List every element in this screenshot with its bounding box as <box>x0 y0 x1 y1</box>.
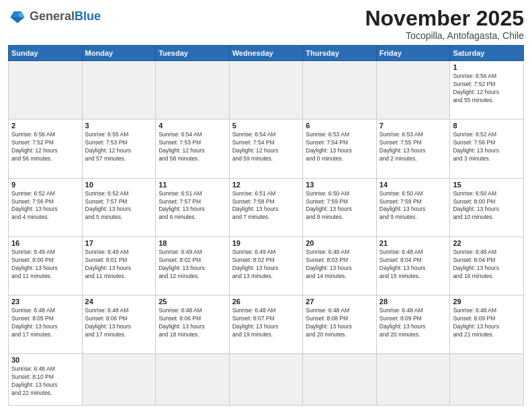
day-number: 21 <box>380 239 447 247</box>
table-row: 26Sunrise: 6:48 AM Sunset: 8:07 PM Dayli… <box>229 295 303 354</box>
location: Tocopilla, Antofagasta, Chile <box>365 30 524 41</box>
logo: GeneralBlue <box>8 7 101 26</box>
col-friday: Friday <box>376 46 450 61</box>
table-row: 2Sunrise: 6:56 AM Sunset: 7:52 PM Daylig… <box>9 120 83 178</box>
day-number: 6 <box>306 122 373 130</box>
table-row: 14Sunrise: 6:50 AM Sunset: 7:59 PM Dayli… <box>376 178 450 236</box>
day-info: Sunrise: 6:49 AM Sunset: 8:00 PM Dayligh… <box>11 248 79 281</box>
day-number: 4 <box>159 122 226 130</box>
col-tuesday: Tuesday <box>156 46 230 61</box>
day-info: Sunrise: 6:48 AM Sunset: 8:06 PM Dayligh… <box>159 307 226 339</box>
header: GeneralBlue November 2025 Tocopilla, Ant… <box>8 7 524 41</box>
day-number: 2 <box>11 122 79 130</box>
table-row <box>82 61 156 120</box>
day-info: Sunrise: 6:49 AM Sunset: 8:02 PM Dayligh… <box>232 248 300 281</box>
table-row: 9Sunrise: 6:52 AM Sunset: 7:56 PM Daylig… <box>9 178 83 236</box>
day-info: Sunrise: 6:48 AM Sunset: 8:09 PM Dayligh… <box>380 307 447 339</box>
table-row: 12Sunrise: 6:51 AM Sunset: 7:58 PM Dayli… <box>229 178 303 236</box>
day-number: 3 <box>85 122 153 130</box>
day-info: Sunrise: 6:53 AM Sunset: 7:54 PM Dayligh… <box>306 131 373 163</box>
logo-text: GeneralBlue <box>30 10 101 23</box>
day-number: 20 <box>306 239 373 247</box>
table-row: 18Sunrise: 6:49 AM Sunset: 8:02 PM Dayli… <box>156 236 230 295</box>
col-thursday: Thursday <box>303 46 377 61</box>
calendar-table: Sunday Monday Tuesday Wednesday Thursday… <box>8 45 524 406</box>
day-number: 25 <box>159 298 226 306</box>
table-row <box>156 61 230 120</box>
table-row: 1Sunrise: 6:56 AM Sunset: 7:52 PM Daylig… <box>450 61 524 120</box>
table-row: 8Sunrise: 6:52 AM Sunset: 7:56 PM Daylig… <box>450 120 524 178</box>
day-number: 12 <box>232 181 300 189</box>
day-number: 29 <box>453 298 521 306</box>
day-info: Sunrise: 6:49 AM Sunset: 8:02 PM Dayligh… <box>159 248 226 281</box>
day-info: Sunrise: 6:48 AM Sunset: 8:08 PM Dayligh… <box>306 307 373 339</box>
day-info: Sunrise: 6:48 AM Sunset: 8:10 PM Dayligh… <box>11 365 79 398</box>
table-row: 21Sunrise: 6:48 AM Sunset: 8:04 PM Dayli… <box>376 236 450 295</box>
table-row <box>303 61 377 120</box>
day-number: 7 <box>380 122 447 130</box>
month-title: November 2025 <box>365 7 524 30</box>
table-row: 5Sunrise: 6:54 AM Sunset: 7:54 PM Daylig… <box>229 120 303 178</box>
logo-icon <box>8 7 27 26</box>
day-number: 28 <box>380 298 447 306</box>
calendar-header-row: Sunday Monday Tuesday Wednesday Thursday… <box>9 46 524 61</box>
table-row: 13Sunrise: 6:50 AM Sunset: 7:59 PM Dayli… <box>303 178 377 236</box>
table-row: 30Sunrise: 6:48 AM Sunset: 8:10 PM Dayli… <box>9 354 83 406</box>
table-row <box>82 354 156 406</box>
day-info: Sunrise: 6:50 AM Sunset: 8:00 PM Dayligh… <box>453 190 521 222</box>
col-wednesday: Wednesday <box>229 46 303 61</box>
day-number: 11 <box>159 181 226 189</box>
table-row <box>376 61 450 120</box>
day-info: Sunrise: 6:48 AM Sunset: 8:04 PM Dayligh… <box>380 248 447 281</box>
day-info: Sunrise: 6:56 AM Sunset: 7:52 PM Dayligh… <box>11 131 79 163</box>
day-number: 23 <box>11 298 79 306</box>
table-row <box>229 61 303 120</box>
logo-blue-text: Blue <box>75 9 101 23</box>
day-info: Sunrise: 6:55 AM Sunset: 7:53 PM Dayligh… <box>85 131 153 163</box>
day-info: Sunrise: 6:54 AM Sunset: 7:53 PM Dayligh… <box>159 131 226 163</box>
day-info: Sunrise: 6:51 AM Sunset: 7:58 PM Dayligh… <box>232 190 300 222</box>
day-info: Sunrise: 6:52 AM Sunset: 7:57 PM Dayligh… <box>85 190 153 222</box>
day-number: 26 <box>232 298 300 306</box>
day-info: Sunrise: 6:49 AM Sunset: 8:03 PM Dayligh… <box>306 248 373 281</box>
table-row: 11Sunrise: 6:51 AM Sunset: 7:57 PM Dayli… <box>156 178 230 236</box>
day-info: Sunrise: 6:48 AM Sunset: 8:04 PM Dayligh… <box>453 248 521 281</box>
table-row: 20Sunrise: 6:49 AM Sunset: 8:03 PM Dayli… <box>303 236 377 295</box>
table-row <box>156 354 230 406</box>
day-number: 9 <box>11 181 79 189</box>
title-block: November 2025 Tocopilla, Antofagasta, Ch… <box>365 7 524 41</box>
day-info: Sunrise: 6:48 AM Sunset: 8:06 PM Dayligh… <box>85 307 153 339</box>
page: GeneralBlue November 2025 Tocopilla, Ant… <box>0 0 532 411</box>
day-number: 27 <box>306 298 373 306</box>
table-row: 17Sunrise: 6:49 AM Sunset: 8:01 PM Dayli… <box>82 236 156 295</box>
day-info: Sunrise: 6:50 AM Sunset: 7:59 PM Dayligh… <box>380 190 447 222</box>
day-number: 18 <box>159 239 226 247</box>
day-info: Sunrise: 6:54 AM Sunset: 7:54 PM Dayligh… <box>232 131 300 163</box>
table-row: 10Sunrise: 6:52 AM Sunset: 7:57 PM Dayli… <box>82 178 156 236</box>
day-number: 19 <box>232 239 300 247</box>
day-number: 14 <box>380 181 447 189</box>
table-row: 3Sunrise: 6:55 AM Sunset: 7:53 PM Daylig… <box>82 120 156 178</box>
day-info: Sunrise: 6:51 AM Sunset: 7:57 PM Dayligh… <box>159 190 226 222</box>
day-info: Sunrise: 6:50 AM Sunset: 7:59 PM Dayligh… <box>306 190 373 222</box>
table-row <box>9 61 83 120</box>
day-number: 16 <box>11 239 79 247</box>
table-row: 19Sunrise: 6:49 AM Sunset: 8:02 PM Dayli… <box>229 236 303 295</box>
day-number: 22 <box>453 239 521 247</box>
table-row: 16Sunrise: 6:49 AM Sunset: 8:00 PM Dayli… <box>9 236 83 295</box>
day-number: 24 <box>85 298 153 306</box>
table-row: 27Sunrise: 6:48 AM Sunset: 8:08 PM Dayli… <box>303 295 377 354</box>
day-info: Sunrise: 6:48 AM Sunset: 8:07 PM Dayligh… <box>232 307 300 339</box>
day-number: 5 <box>232 122 300 130</box>
table-row: 28Sunrise: 6:48 AM Sunset: 8:09 PM Dayli… <box>376 295 450 354</box>
day-info: Sunrise: 6:56 AM Sunset: 7:52 PM Dayligh… <box>453 73 521 105</box>
table-row <box>229 354 303 406</box>
col-monday: Monday <box>82 46 156 61</box>
table-row: 4Sunrise: 6:54 AM Sunset: 7:53 PM Daylig… <box>156 120 230 178</box>
table-row: 24Sunrise: 6:48 AM Sunset: 8:06 PM Dayli… <box>82 295 156 354</box>
day-info: Sunrise: 6:52 AM Sunset: 7:56 PM Dayligh… <box>11 190 79 222</box>
table-row: 22Sunrise: 6:48 AM Sunset: 8:04 PM Dayli… <box>450 236 524 295</box>
table-row: 25Sunrise: 6:48 AM Sunset: 8:06 PM Dayli… <box>156 295 230 354</box>
day-info: Sunrise: 6:49 AM Sunset: 8:01 PM Dayligh… <box>85 248 153 281</box>
day-number: 30 <box>11 356 79 364</box>
